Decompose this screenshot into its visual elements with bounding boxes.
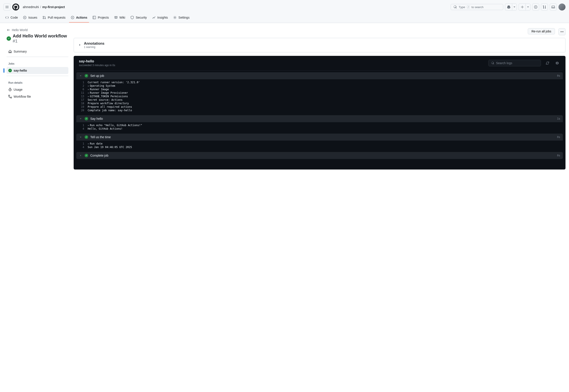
success-icon [85, 135, 88, 139]
global-nav-menu-button[interactable] [3, 3, 11, 11]
create-new-button[interactable] [519, 3, 525, 11]
log-line[interactable]: 17Secret source: Actions [76, 98, 563, 102]
log-line-content: ▸Operating System [88, 84, 115, 87]
success-icon [85, 154, 88, 157]
log-steps: Set up job0s1Current runner version: '2.… [74, 72, 566, 159]
copilot-button[interactable] [505, 3, 512, 11]
log-line[interactable]: 1▸Run date [76, 142, 563, 145]
security-icon [131, 16, 134, 19]
log-line[interactable]: 4Sun Jan 19 04:46:05 UTC 2025 [76, 145, 563, 149]
search-icon [453, 5, 457, 9]
issues-button[interactable] [532, 3, 539, 11]
issues-icon [23, 16, 27, 19]
kebab-icon [560, 30, 564, 33]
pull-requests-button[interactable] [541, 3, 548, 11]
log-line[interactable]: 1Current runner version: '2.321.0' [76, 81, 563, 84]
log-line-content: ▸Runner Image Provisioner [88, 91, 128, 94]
tab-settings[interactable]: Settings [171, 14, 191, 23]
sidebar-item-workflow-file[interactable]: Workflow file [7, 93, 68, 100]
rerun-all-jobs-button[interactable]: Re-run all jobs [528, 28, 555, 34]
sidebar-job-say-hello[interactable]: say-hello [7, 67, 68, 74]
success-icon [8, 69, 12, 72]
log-step-name: Say hello [90, 117, 555, 120]
success-icon [85, 74, 88, 78]
pulls-icon [43, 16, 46, 19]
search-type-label: Type [459, 5, 465, 9]
search-suffix-label: to search [471, 5, 483, 9]
search-kbd: / [467, 5, 470, 9]
breadcrumb-owner[interactable]: ahmedmuhi [23, 5, 39, 9]
log-step-header[interactable]: Set up job0s [76, 72, 563, 79]
log-settings-button[interactable] [554, 60, 560, 66]
breadcrumb-repo[interactable]: my-first-project [42, 5, 65, 9]
copilot-button-group [505, 3, 517, 11]
log-line[interactable]: 18Prepare workflow directory [76, 102, 563, 105]
log-step-duration: 0s [557, 154, 560, 157]
log-search-input[interactable]: Search logs [488, 60, 541, 66]
caret-down-icon [513, 6, 515, 8]
log-job-meta: succeeded 3 minutes ago in 0s [79, 64, 485, 67]
log-step-duration: 0s [557, 136, 560, 139]
tab-pulls[interactable]: Pull requests [41, 14, 67, 23]
search-input[interactable]: Type / to search [451, 4, 503, 10]
log-line[interactable]: 13▸GITHUB_TOKEN Permissions [76, 95, 563, 98]
copilot-dropdown-button[interactable] [512, 3, 517, 11]
log-step-header[interactable]: Tell us the time0s [76, 134, 563, 140]
log-line[interactable]: 4Hello, GitHub Actions! [76, 127, 563, 130]
log-step-header[interactable]: Say hello1s [76, 115, 563, 122]
log-step: Tell us the time0s1▸Run date4Sun Jan 19 … [76, 134, 563, 150]
svg-rect-8 [93, 16, 96, 19]
tab-projects[interactable]: Projects [91, 14, 111, 23]
log-step-header[interactable]: Complete job0s [76, 152, 563, 159]
chevron-down-icon [80, 74, 82, 78]
sidebar-item-summary[interactable]: Summary [7, 48, 68, 55]
tab-security[interactable]: Security [129, 14, 149, 23]
github-mark-icon [13, 5, 18, 9]
tab-issues[interactable]: Issues [21, 14, 39, 23]
log-line[interactable]: 1▸Run echo "Hello, GitHub Actions!" [76, 124, 563, 127]
tab-code[interactable]: Code [3, 14, 19, 23]
log-line[interactable]: 20Complete job name: say-hello [76, 109, 563, 112]
copilot-icon [507, 5, 511, 9]
log-line-content: ▸GITHUB_TOKEN Permissions [88, 95, 128, 98]
log-line-number: 19 [79, 105, 88, 108]
log-line-content: Hello, GitHub Actions! [88, 127, 122, 130]
tab-insights[interactable]: Insights [150, 14, 170, 23]
main-content: Re-run all jobs Annotations 1 warning sa… [74, 28, 566, 169]
log-line-content: Secret source: Actions [88, 98, 122, 101]
svg-point-15 [563, 31, 564, 32]
sidebar: Hello World Add Hello World workflow #1 … [3, 28, 68, 169]
log-line-content: Prepare all required actions [88, 105, 132, 108]
sidebar-item-usage[interactable]: Usage [7, 86, 68, 93]
github-logo[interactable] [12, 3, 19, 11]
svg-rect-12 [11, 97, 12, 98]
log-line[interactable]: 2▸Operating System [76, 84, 563, 88]
success-icon [85, 117, 88, 120]
inbox-button[interactable] [550, 3, 557, 11]
log-line-number: 1 [79, 81, 88, 84]
create-new-dropdown-button[interactable] [525, 3, 530, 11]
log-step: Say hello1s1▸Run echo "Hello, GitHub Act… [76, 115, 563, 132]
log-line[interactable]: 6▸Runner Image [76, 88, 563, 91]
log-panel: say-hello succeeded 3 minutes ago in 0s … [74, 56, 566, 169]
chevron-right-icon [79, 154, 82, 157]
annotations-toggle[interactable] [78, 43, 81, 47]
projects-icon [92, 16, 96, 19]
back-to-workflow-link[interactable]: Hello World [7, 28, 68, 32]
log-step: Complete job0s [76, 152, 563, 159]
wiki-icon [114, 16, 118, 19]
run-actions-menu-button[interactable] [558, 28, 566, 35]
search-icon [491, 62, 494, 65]
run-header-row: Re-run all jobs [74, 28, 566, 35]
log-refresh-button[interactable] [544, 60, 551, 66]
tab-actions[interactable]: Actions [69, 14, 89, 23]
svg-point-3 [24, 17, 25, 18]
log-line[interactable]: 19Prepare all required actions [76, 105, 563, 109]
log-line-number: 4 [79, 146, 88, 149]
page-container: Hello World Add Hello World workflow #1 … [0, 23, 569, 177]
avatar[interactable] [558, 3, 566, 11]
log-step-name: Complete job [90, 154, 555, 157]
arrow-left-icon [7, 28, 10, 32]
tab-wiki[interactable]: Wiki [112, 14, 127, 23]
log-line[interactable]: 11▸Runner Image Provisioner [76, 91, 563, 95]
